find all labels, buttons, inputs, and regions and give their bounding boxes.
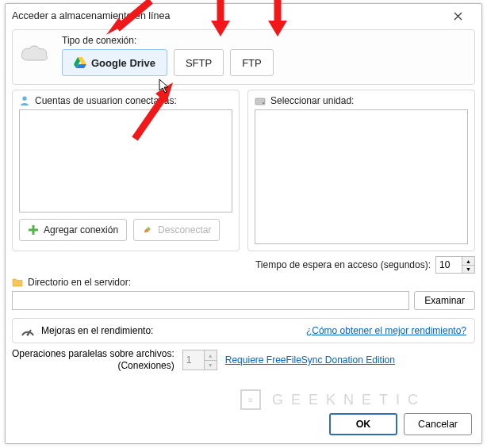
ftp-label: FTP — [242, 57, 262, 69]
watermark: ≡ GEEKNETIC — [240, 389, 426, 410]
directory-input[interactable] — [12, 291, 409, 310]
drives-listbox[interactable] — [255, 109, 468, 244]
parops-spinner: ▲ ▼ — [182, 350, 217, 370]
performance-link[interactable]: ¿Cómo obtener el mejor rendimiento? — [306, 325, 466, 336]
sftp-button[interactable]: SFTP — [174, 49, 224, 76]
donation-link[interactable]: Requiere FreeFileSync Donation Edition — [225, 354, 395, 366]
parops-down: ▼ — [204, 360, 217, 370]
cloud-icon — [19, 43, 49, 63]
directory-row: Directorio en el servidor: Examinar — [12, 277, 475, 310]
watermark-logo: ≡ — [240, 389, 261, 410]
close-icon — [454, 12, 462, 21]
parops-input — [183, 350, 204, 370]
connection-type-label: Tipo de conexión: — [62, 35, 468, 46]
add-connection-button[interactable]: Agregar conexión — [19, 219, 127, 241]
timeout-input[interactable] — [436, 257, 462, 273]
svg-point-9 — [27, 334, 29, 336]
timeout-row: Tiempo de espera en acceso (segundos): ▲… — [255, 256, 475, 274]
ok-label: OK — [356, 419, 371, 430]
parallel-ops-row: Operaciones paralelas sobre archivos: (C… — [12, 348, 475, 372]
cancel-button[interactable]: Cancelar — [404, 413, 472, 435]
browse-button[interactable]: Examinar — [414, 291, 475, 310]
dialog-window: Acceder a almacenamiento en línea Tipo d… — [5, 3, 482, 444]
accounts-panel: Cuentas de usuarion conectadas: Agregar … — [12, 90, 240, 251]
performance-label: Mejoras en el rendimiento: — [41, 325, 153, 336]
gauge-icon — [21, 324, 35, 338]
drives-panel: Seleccionar unidad: — [247, 90, 475, 251]
disconnect-button[interactable]: Desconectar — [133, 219, 220, 241]
cancel-label: Cancelar — [418, 419, 458, 430]
ok-button[interactable]: OK — [329, 413, 397, 435]
disconnect-label: Desconectar — [158, 224, 211, 235]
plus-icon — [28, 224, 39, 235]
add-connection-label: Agregar conexión — [44, 224, 118, 235]
browse-label: Examinar — [424, 295, 465, 306]
sftp-label: SFTP — [186, 57, 212, 69]
svg-point-7 — [263, 102, 264, 104]
parops-label2: (Conexiones) — [12, 360, 174, 372]
ftp-button[interactable]: FTP — [230, 49, 274, 76]
window-title: Acceder a almacenamiento en línea — [12, 10, 170, 21]
accounts-header: Cuentas de usuarion conectadas: — [35, 95, 177, 106]
google-drive-icon — [74, 57, 86, 68]
accounts-listbox[interactable] — [19, 109, 232, 213]
timeout-up[interactable]: ▲ — [462, 257, 474, 265]
directory-label: Directorio en el servidor: — [28, 277, 131, 288]
unplug-icon — [142, 224, 153, 235]
drives-header: Seleccionar unidad: — [270, 95, 354, 106]
connection-type-section: Tipo de conexión: Google Drive SFTP — [12, 29, 475, 85]
close-button[interactable] — [440, 5, 475, 27]
watermark-text: GEEKNETIC — [272, 392, 426, 408]
folder-icon — [12, 278, 23, 287]
titlebar: Acceder a almacenamiento en línea — [6, 4, 481, 28]
timeout-label: Tiempo de espera en acceso (segundos): — [255, 259, 431, 270]
google-drive-label: Google Drive — [91, 57, 155, 69]
parops-up: ▲ — [204, 350, 217, 360]
google-drive-button[interactable]: Google Drive — [62, 49, 167, 76]
user-icon — [19, 95, 30, 106]
performance-row: Mejoras en el rendimiento: ¿Cómo obtener… — [12, 318, 475, 343]
svg-point-3 — [22, 97, 26, 101]
drive-icon — [255, 95, 266, 106]
svg-rect-5 — [29, 229, 38, 232]
timeout-down[interactable]: ▼ — [462, 265, 474, 273]
parops-label1: Operaciones paralelas sobre archivos: — [12, 348, 174, 360]
timeout-spinner[interactable]: ▲ ▼ — [435, 256, 475, 274]
